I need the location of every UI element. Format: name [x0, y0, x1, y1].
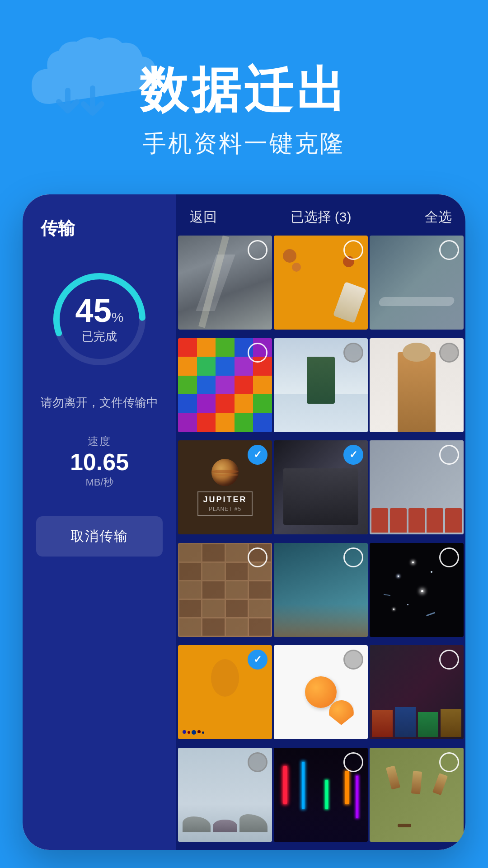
photo-item-8[interactable]: ✓ — [274, 440, 368, 534]
photo-item-18[interactable] — [370, 748, 464, 842]
progress-center: 45% 已完成 — [75, 294, 124, 344]
speed-section: 速度 10.65 MB/秒 — [70, 434, 129, 489]
photo-item-1[interactable] — [178, 236, 272, 330]
photo-item-7[interactable]: JUPITER PLANET #5 ✓ — [178, 440, 272, 534]
speed-label: 速度 — [70, 434, 129, 448]
select-circle-4[interactable] — [248, 343, 267, 363]
photo-item-3[interactable] — [370, 236, 464, 330]
photo-item-10[interactable] — [178, 543, 272, 637]
select-circle-9[interactable] — [439, 445, 459, 465]
photo-item-9[interactable] — [370, 440, 464, 534]
speed-unit: MB/秒 — [70, 476, 129, 489]
photo-item-4[interactable] — [178, 338, 272, 432]
select-circle-16[interactable] — [248, 752, 267, 772]
photo-item-2[interactable] — [274, 236, 368, 330]
select-circle-3[interactable] — [439, 240, 459, 260]
jupiter-label: JUPITER — [203, 495, 247, 505]
cancel-transfer-button[interactable]: 取消传输 — [36, 516, 163, 557]
select-circle-1[interactable] — [248, 240, 267, 260]
photo-selection-panel: 返回 已选择 (3) 全选 — [176, 194, 465, 850]
photo-item-12[interactable] — [370, 543, 464, 637]
progress-symbol: % — [112, 310, 124, 325]
jupiter-sublabel: PLANET #5 — [203, 506, 247, 512]
select-circle-5[interactable] — [343, 343, 363, 363]
photo-item-11[interactable] — [274, 543, 368, 637]
photo-item-13[interactable]: ✓ — [178, 645, 272, 739]
photo-grid: JUPITER PLANET #5 ✓ ✓ — [176, 236, 465, 850]
select-circle-15[interactable] — [439, 650, 459, 670]
select-circle-7[interactable]: ✓ — [248, 445, 267, 465]
select-circle-17[interactable] — [343, 752, 363, 772]
grid-header: 返回 已选择 (3) 全选 — [176, 194, 465, 236]
transfer-title: 传输 — [41, 217, 75, 240]
select-circle-2[interactable] — [343, 240, 363, 260]
photo-item-14[interactable] — [274, 645, 368, 739]
transfer-status: 请勿离开，文件传输中 — [41, 394, 158, 411]
progress-ring: 45% 已完成 — [47, 267, 151, 371]
select-circle-8[interactable]: ✓ — [343, 445, 363, 465]
select-circle-12[interactable] — [439, 547, 459, 567]
back-button[interactable]: 返回 — [190, 208, 217, 226]
select-all-button[interactable]: 全选 — [425, 208, 452, 226]
transfer-panel: 传输 45% 已完成 请勿离开，文件传输中 速度 10.65 MB/秒 取消传输 — [23, 194, 176, 850]
photo-item-16[interactable] — [178, 748, 272, 842]
select-circle-6[interactable] — [439, 343, 459, 363]
select-circle-10[interactable] — [248, 547, 267, 567]
photo-item-17[interactable] — [274, 748, 368, 842]
select-circle-14[interactable] — [343, 650, 363, 670]
phone-mockup: 传输 45% 已完成 请勿离开，文件传输中 速度 10.65 MB/秒 取消传输 — [23, 194, 465, 850]
page-title: 数据迁出 — [36, 63, 452, 117]
photo-item-15[interactable] — [370, 645, 464, 739]
top-section: 数据迁出 手机资料一键克隆 — [0, 0, 488, 187]
complete-label: 已完成 — [75, 329, 124, 344]
selected-count: 已选择 (3) — [291, 208, 352, 226]
page-subtitle: 手机资料一键克隆 — [36, 128, 452, 160]
speed-value: 10.65 — [70, 450, 129, 474]
select-circle-13[interactable]: ✓ — [248, 650, 267, 670]
photo-item-5[interactable] — [274, 338, 368, 432]
photo-item-6[interactable] — [370, 338, 464, 432]
select-circle-11[interactable] — [343, 547, 363, 567]
progress-number: 45 — [75, 292, 112, 329]
select-circle-18[interactable] — [439, 752, 459, 772]
